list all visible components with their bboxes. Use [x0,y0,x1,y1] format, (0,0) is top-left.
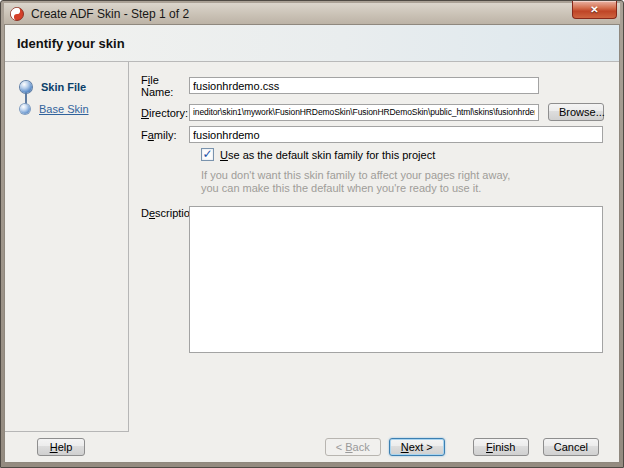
check-icon: ✓ [202,149,212,159]
close-icon: ✕ [590,5,598,15]
directory-input[interactable] [189,104,539,121]
family-input[interactable] [189,126,603,143]
window: Create ADF Skin - Step 1 of 2 ✕ Identify… [0,0,624,468]
close-button[interactable]: ✕ [572,1,617,19]
wizard-buttons: < Back Next > Finish Cancel [325,438,599,456]
family-label: Family: [141,128,189,141]
file-name-input[interactable] [189,77,539,94]
back-button: < Back [325,438,381,456]
content-area: Skin File Base Skin File Name: Directory… [5,62,619,432]
dialog-body: Identify your skin Skin File Base Skin F… [4,24,620,463]
browse-button[interactable]: Browse... [548,103,604,121]
finish-button[interactable]: Finish [473,438,529,456]
default-skin-checkbox-label[interactable]: Use as the default skin family for this … [220,149,435,161]
window-title: Create ADF Skin - Step 1 of 2 [31,7,189,21]
hint-text: If you don't want this skin family to af… [201,169,604,195]
help-button[interactable]: Help [37,438,85,456]
next-button[interactable]: Next > [389,438,445,456]
directory-row: Directory: Browse... [141,103,604,121]
step-label-base-skin: Base Skin [39,103,89,115]
default-skin-row: ✓ Use as the default skin family for thi… [201,148,604,161]
hint-text-line1: If you don't want this skin family to af… [201,169,604,182]
sidebar-item-skin-file[interactable]: Skin File [5,76,128,98]
description-textarea[interactable] [189,206,603,353]
app-icon [10,7,24,21]
hint-text-line2: you can make this the default when you'r… [201,182,604,195]
form-panel: File Name: Directory: Browse... Family: … [129,62,622,432]
step-bullet-icon [20,104,30,114]
title-bar[interactable]: Create ADF Skin - Step 1 of 2 ✕ [4,3,620,24]
file-name-row: File Name: [141,73,604,98]
description-label: Description: [141,206,189,219]
step-bullet-icon [20,81,32,93]
wizard-header: Identify your skin [5,25,619,62]
button-bar: Help < Back Next > Finish Cancel [5,432,619,462]
description-row: Description: [141,206,604,353]
sidebar-item-base-skin[interactable]: Base Skin [5,98,128,120]
default-skin-checkbox[interactable]: ✓ [201,148,214,161]
family-row: Family: [141,126,604,143]
directory-label: Directory: [141,106,189,119]
cancel-button[interactable]: Cancel [543,438,599,456]
page-title: Identify your skin [17,36,125,51]
file-name-label: File Name: [141,73,189,98]
step-sidebar: Skin File Base Skin [5,62,129,432]
step-label-skin-file: Skin File [41,81,86,93]
